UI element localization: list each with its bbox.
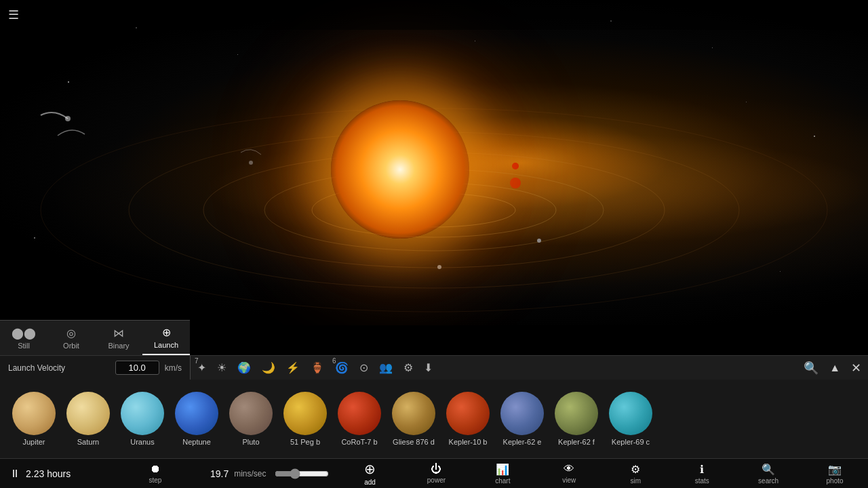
earth-toolbar-icon[interactable]: 🌍 [237,361,251,374]
toolbar-close-icon[interactable]: ✕ [851,361,861,375]
uranus-label: Uranus [130,438,154,446]
launch-velocity-unit: km/s [165,363,182,373]
planet-saturn[interactable]: Saturn [61,389,115,449]
svg-point-6 [512,163,519,169]
corot-7b-circle [338,392,381,435]
toolbar-search-icon[interactable]: 🔍 [804,361,818,375]
speed-unit: mins/sec [234,469,266,479]
jupiter-circle [12,392,56,435]
planet-corot-7b[interactable]: CoRoT-7 b [332,389,387,449]
action-add[interactable]: ⊕ add [337,459,403,488]
gear-toolbar-icon[interactable]: ⚙ [403,361,413,374]
tab-launch[interactable]: ⊕ Launch [142,321,190,355]
stats-label: stats [695,477,709,485]
tab-orbit-label: Orbit [63,342,79,350]
planet-kepler-62e[interactable]: Kepler-62 e [495,389,549,449]
launch-velocity-label: Launch Velocity [8,363,110,373]
launch-velocity-input[interactable] [115,361,159,375]
stats-icon: ℹ [700,463,704,476]
planet-scroll-area: Jupiter Saturn Uranus Neptune Pluto 51 P… [0,380,868,458]
planet-gliese-876d[interactable]: Gliese 876 d [387,389,441,449]
launch-velocity-bar: Launch Velocity km/s [0,355,190,380]
icon-toolbar: 7 ✦ ☀ 🌍 🌙 ⚡ 🏺 6 🌀 ⊙ 👥 ⚙ ⬇ 🔍 ▲ ✕ [190,355,868,380]
planet-uranus[interactable]: Uranus [115,389,170,449]
planet-kepler-69c[interactable]: Kepler-69 c [604,389,658,449]
comet-toolbar-icon[interactable]: ⚡ [286,361,300,374]
action-power[interactable]: ⏻ power [403,459,469,488]
power-icon: ⏻ [431,463,441,475]
step-icon: ⏺ [150,463,161,475]
tab-orbit[interactable]: ◎ Orbit [47,321,95,355]
kepler-62e-label: Kepler-62 e [503,438,542,446]
time-display: 2.23 hours [26,468,71,479]
kepler-69c-label: Kepler-69 c [612,438,650,446]
sim-icon: ⚙ [631,463,640,476]
action-search[interactable]: 🔍 search [735,459,802,488]
action-view[interactable]: 👁 view [536,459,602,488]
chart-label: chart [495,477,510,485]
sun-toolbar-icon[interactable]: ☀ [217,361,226,374]
action-photo[interactable]: 📷 photo [802,459,868,488]
still-icon: ⬤⬤ [12,327,36,340]
51-peg-b-label: 51 Peg b [290,438,320,446]
power-label: power [427,476,446,484]
action-bar: ⏸ 2.23 hours ⏺ step 19.7 mins/sec ⊕ add … [0,458,868,488]
planet-kepler-62f[interactable]: Kepler-62 f [549,389,604,449]
menu-icon[interactable]: ☰ [8,7,19,22]
planet-kepler-10b[interactable]: Kepler-10 b [441,389,495,449]
search-action-icon: 🔍 [762,463,775,476]
planet-jupiter[interactable]: Jupiter [7,389,61,449]
neptune-label: Neptune [182,438,211,446]
add-icon: ⊕ [364,461,376,477]
sim-label: sim [630,477,641,485]
kepler-10b-label: Kepler-10 b [449,438,488,446]
action-step[interactable]: ⏺ step [122,459,189,488]
tab-still[interactable]: ⬤⬤ Still [0,321,47,355]
svg-point-7 [510,178,521,188]
kepler-62f-circle [555,392,598,435]
tab-launch-label: Launch [154,341,178,349]
spiral-toolbar-icon: 🌀 [335,361,349,374]
nebula-toolbar-icon[interactable]: 🏺 [311,361,324,374]
action-stats[interactable]: ℹ stats [669,459,735,488]
photo-label: photo [827,477,844,485]
photo-icon: 📷 [828,463,842,476]
pluto-label: Pluto [242,438,259,446]
search-label: search [758,477,778,485]
orbit2-toolbar-icon[interactable]: ⊙ [359,361,368,374]
kepler-10b-circle [446,392,490,435]
pluto-circle [229,392,273,435]
pause-button[interactable]: ⏸ [9,468,20,480]
speed-slider[interactable] [275,468,329,479]
saturn-label: Saturn [77,438,99,446]
kepler-62e-circle [500,392,544,435]
planet-filter-icon: ✦ [197,361,206,374]
tab-binary-label: Binary [108,342,129,350]
saturn-circle [66,392,110,435]
persons-toolbar-icon[interactable]: 👥 [379,361,393,374]
space-background [0,0,868,325]
toolbar-spiral[interactable]: 6 🌀 [335,361,349,374]
toolbar-chevron-up-icon[interactable]: ▲ [829,362,840,374]
nav-tabs: ⬤⬤ Still ◎ Orbit ⋈ Binary ⊕ Launch [0,320,190,355]
speed-display: 19.7 [210,468,229,479]
action-chart[interactable]: 📊 chart [469,459,536,488]
planet-neptune[interactable]: Neptune [170,389,224,449]
jupiter-label: Jupiter [22,438,45,446]
top-bar: ☰ [0,0,868,30]
launch-icon: ⊕ [162,326,171,339]
kepler-69c-circle [609,392,652,435]
tab-binary[interactable]: ⋈ Binary [95,321,142,355]
planet-pluto[interactable]: Pluto [224,389,278,449]
pause-section: ⏸ 2.23 hours [0,468,122,480]
kepler-62f-label: Kepler-62 f [558,438,595,446]
planet-51-peg-b[interactable]: 51 Peg b [278,389,332,449]
toolbar-planet-filter[interactable]: 7 ✦ [197,361,206,374]
sun [331,100,469,239]
moon-toolbar-icon[interactable]: 🌙 [262,361,275,374]
chart-icon: 📊 [496,463,509,476]
orbit-icon: ◎ [66,327,76,340]
action-sim[interactable]: ⚙ sim [602,459,669,488]
51-peg-b-circle [283,392,327,435]
download-toolbar-icon[interactable]: ⬇ [424,361,433,374]
